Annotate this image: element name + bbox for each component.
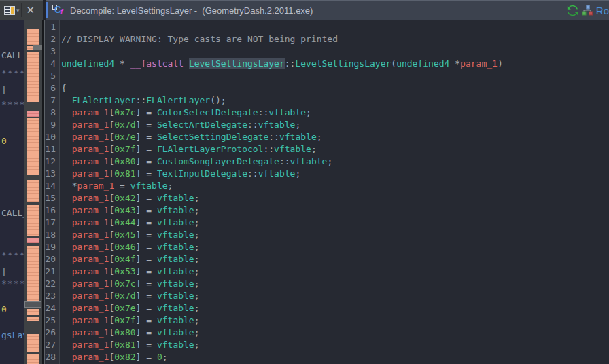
code-token: ; [194,217,200,228]
code-token: 0x7f [114,144,135,154]
code-token: param_1 [72,230,109,240]
code-token: ; [194,340,200,350]
code-token: ; [306,107,311,117]
decompiler-header[interactable]: C f Decompile: LevelSettingsLayer - (Geo… [46,0,609,20]
code-token: ; [327,156,332,166]
code-token: vftable [157,254,194,264]
code-text[interactable]: param_1[0x7d] = SelectArtDelegate::vftab… [59,119,300,131]
close-icon[interactable]: ✕ [27,1,35,20]
listing-icon[interactable] [4,6,15,15]
line-number: 25 [45,314,59,327]
code-text[interactable]: param_1[0x7c] = ColorSelectDelegate::vft… [59,107,311,119]
code-token: ; [168,181,173,191]
code-line: 26 param_1[0x80] = vftable; [45,327,609,339]
code-line: 6{ [45,82,609,94]
code-token: 0x80 [114,327,135,338]
code-token: 0x7c [114,278,135,289]
code-token [61,266,72,276]
code-token: * [449,58,460,69]
panel-title: Decompile: LevelSettingsLayer - (Geometr… [70,5,567,16]
code-text[interactable]: param_1[0x82] = 0; [59,351,168,363]
code-text[interactable]: undefined4 * __fastcall LevelSettingsLay… [59,58,503,70]
code-token: vftable [157,266,194,276]
code-text[interactable]: param_1[0x43] = vftable; [59,204,200,217]
code-token [61,291,72,301]
chevron-down-icon[interactable]: ▾ [16,7,20,14]
code-token: 0x7e [114,303,135,313]
code-text[interactable]: param_1[0x46] = vftable; [59,241,200,253]
scroll-thumb[interactable] [24,301,41,308]
code-text[interactable]: param_1[0x4f] = vftable; [59,253,200,266]
code-line: 3 [45,46,609,58]
code-token: ; [194,291,200,301]
code-text[interactable]: param_1[0x7e] = SelectSettingDelegate::v… [59,131,322,143]
code-token [61,315,72,325]
code-token [61,156,72,166]
code-line: 27 param_1[0x81] = vftable; [45,339,609,351]
line-number: 22 [45,278,59,290]
marker-stripe [27,246,39,301]
code-token: vftable [157,242,194,252]
code-token: :: [136,95,147,105]
code-token: ] = [136,266,157,276]
code-token: param_1 [72,132,109,142]
code-text[interactable]: param_1[0x7e] = vftable; [59,302,200,314]
code-text[interactable]: param_1[0x7c] = vftable; [59,278,200,290]
code-text[interactable]: // DISPLAY WARNING: Type casts are NOT b… [59,33,338,46]
toolbar-separator [21,3,22,17]
tree-graph-icon[interactable] [582,5,593,16]
position-marker [33,46,42,50]
code-text[interactable]: *param_1 = vftable; [59,180,173,192]
code-token: ; [194,242,200,252]
code-token [61,340,72,350]
code-token: FLAlertLayer [146,95,210,105]
listing-icon-column [11,7,14,14]
marker-margin[interactable] [24,20,42,364]
code-token: :: [247,120,258,130]
code-text[interactable]: param_1[0x81] = TextInputDelegate::vftab… [59,168,300,180]
code-token: param_1 [72,340,109,350]
code-token: 0x7f [114,315,135,325]
code-text[interactable] [59,70,61,82]
code-line: 20 param_1[0x4f] = vftable; [45,253,609,266]
code-text[interactable]: param_1[0x7f] = FLAlertLayerProtocol::vf… [59,143,317,156]
code-token: param_1 [460,58,498,69]
code-text[interactable]: param_1[0x53] = vftable; [59,266,200,278]
clipped-button-label[interactable]: Ro [596,5,609,16]
code-text[interactable]: param_1[0x45] = vftable; [59,229,200,241]
line-number: 11 [45,143,59,156]
code-text[interactable]: { [59,82,67,94]
code-text[interactable]: param_1[0x80] = vftable; [59,327,200,339]
code-text[interactable] [59,21,61,33]
code-line: 12 param_1[0x80] = CustomSongLayerDelega… [45,156,609,168]
listing-panel[interactable]: CALL_*******|*******0CALL_*******|******… [0,20,24,364]
code-text[interactable]: param_1[0x81] = vftable; [59,339,200,351]
code-token: ; [311,144,317,154]
code-text[interactable]: param_1[0x7f] = vftable; [59,314,200,327]
line-number: 3 [45,46,59,58]
decompiled-code[interactable]: 12// DISPLAY WARNING: Type casts are NOT… [45,21,609,364]
marker-stripe [27,29,39,45]
code-line: 16 param_1[0x43] = vftable; [45,204,609,217]
line-number: 21 [45,266,59,278]
listing-fragment: CALL_ [1,208,24,219]
code-text[interactable] [59,46,61,58]
code-text[interactable]: param_1[0x42] = vftable; [59,192,200,204]
code-text[interactable]: FLAlertLayer::FLAlertLayer(); [59,94,226,107]
code-token: ; [194,254,200,264]
code-token: 0 [157,352,162,362]
code-token: 0x82 [114,352,135,362]
code-text[interactable]: param_1[0x7d] = vftable; [59,290,200,302]
code-token: 0x42 [114,193,135,203]
marker-stripe [27,334,39,352]
code-text[interactable]: param_1[0x80] = CustomSongLayerDelegate:… [59,156,332,168]
code-token: ] = [136,132,157,142]
code-token [61,327,72,338]
code-token: vftable [157,193,194,203]
refresh-icon[interactable] [567,5,578,16]
line-number: 17 [45,217,59,229]
line-number: 4 [45,58,59,70]
code-token: ] = [136,230,157,240]
line-number: 1 [45,21,59,33]
code-text[interactable]: param_1[0x44] = vftable; [59,217,200,229]
